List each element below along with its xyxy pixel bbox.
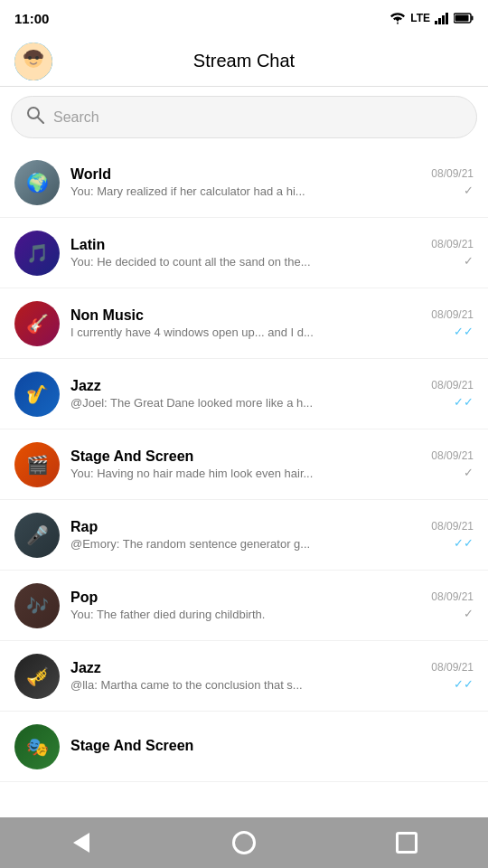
chat-avatar: 🌍	[14, 160, 60, 205]
chat-name: Stage And Screen	[70, 448, 420, 465]
chat-name: Pop	[70, 590, 420, 606]
svg-point-9	[28, 56, 32, 60]
chat-avatar: 🎬	[14, 442, 60, 487]
chat-item[interactable]: 🎭Stage And Screen	[0, 712, 488, 782]
chat-date: 08/09/21	[431, 520, 474, 533]
chat-item[interactable]: 🎷Jazz@Joel: The Great Dane looked more l…	[0, 359, 488, 429]
chat-name: Latin	[70, 237, 420, 253]
chat-item[interactable]: 🎵LatinYou: He decided to count all the s…	[0, 218, 488, 288]
wifi-icon	[389, 12, 406, 24]
header-title: Stream Chat	[193, 51, 295, 71]
chat-name: Stage And Screen	[70, 738, 463, 754]
svg-rect-3	[446, 13, 448, 24]
search-bar[interactable]: Search	[11, 96, 477, 138]
chat-date: 08/09/21	[431, 449, 474, 462]
chat-avatar: 🎵	[14, 231, 60, 276]
read-receipt-icon: ✓✓	[454, 395, 474, 409]
chat-item[interactable]: 🎬Stage And ScreenYou: Having no hair mad…	[0, 429, 488, 500]
chat-avatar: 🎶	[14, 583, 60, 628]
home-button[interactable]	[226, 825, 262, 861]
chat-name: Rap	[70, 519, 420, 535]
chat-avatar: 🎤	[14, 513, 60, 558]
recent-button[interactable]	[389, 825, 425, 861]
svg-point-10	[35, 56, 39, 60]
app-header: Stream Chat	[0, 36, 488, 87]
chat-name: Jazz	[70, 378, 420, 394]
chat-preview: @lla: Martha came to the conclusion that…	[70, 678, 360, 692]
chat-date: 08/09/21	[431, 308, 474, 321]
chat-preview: I currently have 4 windows open up... an…	[70, 326, 360, 339]
chat-item[interactable]: 🎶PopYou: The father died during childbir…	[0, 571, 488, 641]
back-button[interactable]	[63, 825, 99, 861]
chat-avatar: 🎭	[14, 724, 60, 769]
chat-preview: You: The father died during childbirth.	[70, 608, 360, 621]
read-receipt-icon: ✓	[464, 254, 474, 268]
chat-item[interactable]: 🎺Jazz@lla: Martha came to the conclusion…	[0, 641, 488, 712]
svg-rect-1	[438, 18, 441, 24]
svg-rect-0	[435, 21, 437, 24]
chat-date: 08/09/21	[431, 379, 474, 392]
chat-name: Non Music	[70, 307, 420, 324]
chat-date: 08/09/21	[431, 167, 474, 180]
svg-point-11	[28, 108, 39, 118]
chat-list: 🌍WorldYou: Mary realized if her calculat…	[0, 147, 488, 822]
search-container: Search	[0, 87, 488, 147]
chat-date: 08/09/21	[431, 238, 474, 250]
chat-preview: You: Mary realized if her calculator had…	[70, 184, 360, 198]
status-icons: LTE	[389, 12, 474, 24]
status-bar: 11:00 LTE	[0, 0, 488, 36]
chat-date: 08/09/21	[431, 590, 474, 603]
svg-line-12	[38, 118, 43, 123]
read-receipt-icon: ✓✓	[454, 325, 474, 338]
search-placeholder: Search	[53, 109, 99, 126]
svg-rect-6	[455, 15, 469, 22]
chat-avatar: 🎸	[14, 301, 60, 346]
back-icon	[73, 833, 89, 853]
chat-item[interactable]: 🎸Non MusicI currently have 4 windows ope…	[0, 288, 488, 359]
bottom-nav	[0, 817, 488, 868]
battery-icon	[454, 13, 474, 24]
read-receipt-icon: ✓✓	[454, 536, 474, 550]
chat-preview: @Emory: The random sentence generator g.…	[70, 537, 360, 551]
chat-avatar: 🎷	[14, 372, 60, 417]
chat-preview: You: He decided to count all the sand on…	[70, 255, 360, 269]
chat-avatar: 🎺	[14, 654, 60, 699]
chat-preview: @Joel: The Great Dane looked more like a…	[70, 396, 360, 410]
search-icon	[26, 106, 44, 128]
lte-label: LTE	[410, 12, 430, 24]
read-receipt-icon: ✓	[464, 466, 474, 479]
chat-name: World	[70, 166, 420, 183]
chat-item[interactable]: 🎤Rap@Emory: The random sentence generato…	[0, 500, 488, 571]
chat-item[interactable]: 🌍WorldYou: Mary realized if her calculat…	[0, 147, 488, 218]
home-icon	[232, 831, 256, 854]
status-time: 11:00	[14, 11, 49, 26]
recent-icon	[396, 832, 418, 854]
read-receipt-icon: ✓✓	[454, 677, 474, 691]
svg-rect-5	[472, 16, 474, 21]
read-receipt-icon: ✓	[464, 184, 474, 197]
chat-name: Jazz	[70, 660, 420, 676]
user-avatar[interactable]	[14, 42, 52, 80]
read-receipt-icon: ✓	[464, 607, 474, 620]
svg-rect-2	[442, 15, 445, 24]
chat-preview: You: Having no hair made him look even h…	[70, 467, 360, 480]
chat-date: 08/09/21	[431, 661, 474, 674]
signal-icon	[435, 12, 449, 24]
